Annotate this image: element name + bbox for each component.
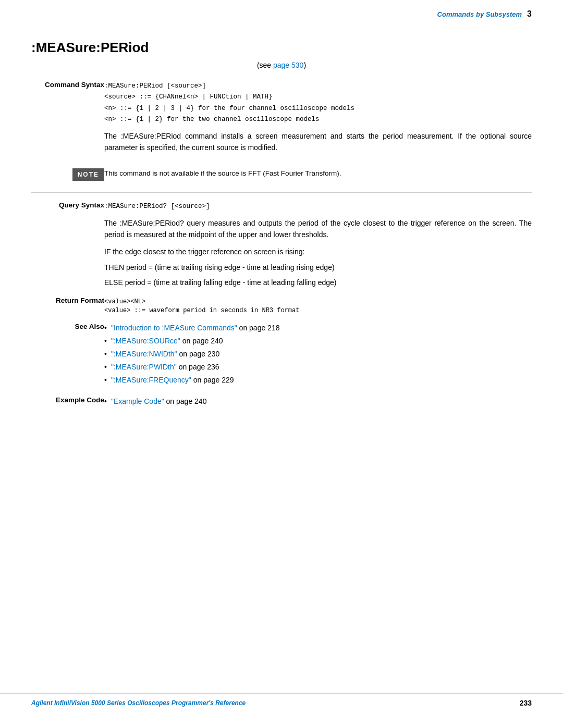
code-line-3: <n> ::= {1 | 2 | 3 | 4} for the four cha… [104,105,354,112]
note-row: NOTE This command is not available if th… [31,161,532,186]
see-also-link-4[interactable]: ":MEASure:PWIDth" [111,363,177,371]
see-page: (see page 530) [31,61,532,69]
example-code-label: Example Code [31,394,104,411]
see-also-link-3[interactable]: ":MEASure:NWIDth" [111,350,177,358]
example-code-link-1[interactable]: "Example Code" [111,397,164,405]
page-header: Commands by Subsystem 3 [0,0,563,24]
see-also-page-5: on page 229 [191,376,234,384]
see-also-page-1: on page 218 [237,324,280,332]
note-content: This command is not available if the sou… [104,161,532,186]
see-also-page-3: on page 230 [177,350,220,358]
see-page-link[interactable]: page 530 [273,61,303,69]
note-label-cell: NOTE [31,161,104,186]
example-code-item-1: "Example Code" on page 240 [104,396,532,407]
example-code-page-1: on page 240 [164,397,207,405]
footer-title: Agilent InfiniiVision 5000 Series Oscill… [31,699,246,707]
query-then: THEN period = (time at trailing rising e… [104,262,532,274]
return-format-label: Return Format [31,294,104,316]
query-syntax-content: :MEASure:PERiod? [<source>] The :MEASure… [104,199,532,294]
note-badge: NOTE [72,168,104,181]
query-code-line: :MEASure:PERiod? [<source>] [104,203,210,210]
divider-cell [31,186,532,199]
command-syntax-code: :MEASure:PERiod [<source>] <source> ::= … [104,81,532,125]
example-code-list: "Example Code" on page 240 [104,396,532,407]
code-line-1: :MEASure:PERiod [<source>] [104,82,206,90]
query-syntax-row: Query Syntax :MEASure:PERiod? [<source>]… [31,199,532,294]
header-page-number: 3 [527,9,532,19]
query-description: The :MEASure:PERiod? query measures and … [104,217,532,241]
spacer-row [31,316,532,320]
return-value-line: <value><NL> [104,298,532,305]
code-line-4: <n> ::= {1 | 2} for the two channel osci… [104,116,320,123]
return-format-content: <value><NL> <value> ::= waveform period … [104,294,532,316]
page-container: Commands by Subsystem 3 :MEASure:PERiod … [0,0,563,728]
footer-page-number: 233 [520,699,532,707]
return-format-row: Return Format <value><NL> <value> ::= wa… [31,294,532,316]
return-description-line: <value> ::= waveform period in seconds i… [104,307,532,314]
command-syntax-row: Command Syntax :MEASure:PERiod [<source>… [31,79,532,161]
see-also-list: "Introduction to :MEASure Commands" on p… [104,323,532,386]
see-also-row: See Also "Introduction to :MEASure Comma… [31,320,532,390]
see-also-item-4: ":MEASure:PWIDth" on page 236 [104,362,532,373]
example-code-row: Example Code "Example Code" on page 240 [31,394,532,411]
see-also-page-4: on page 236 [177,363,219,371]
header-section-title: Commands by Subsystem [437,10,522,18]
see-also-label: See Also [31,320,104,390]
see-also-item-2: ":MEASure:SOURce" on page 240 [104,336,532,347]
query-syntax-code: :MEASure:PERiod? [<source>] [104,201,532,212]
section-title: :MEASure:PERiod [31,40,532,56]
spacer-row-2 [31,390,532,394]
query-if: IF the edge closest to the trigger refer… [104,246,532,258]
see-also-link-1[interactable]: "Introduction to :MEASure Commands" [111,324,237,332]
content-table: Command Syntax :MEASure:PERiod [<source>… [31,79,532,411]
command-syntax-description: The :MEASure:PERiod command installs a s… [104,130,532,154]
see-also-page-2: on page 240 [180,337,223,345]
example-code-content: "Example Code" on page 240 [104,394,532,411]
code-line-2: <source> ::= {CHANnel<n> | FUNCtion | MA… [104,93,273,101]
query-syntax-label: Query Syntax [31,199,104,294]
see-also-link-2[interactable]: ":MEASure:SOURce" [111,337,180,345]
divider [31,192,532,193]
see-also-link-5[interactable]: ":MEASure:FREQuency" [111,376,191,384]
main-content: :MEASure:PERiod (see page 530) Command S… [0,24,563,442]
note-text: This command is not available if the sou… [104,166,532,179]
command-syntax-content: :MEASure:PERiod [<source>] <source> ::= … [104,79,532,161]
query-else: ELSE period = (time at trailing falling … [104,277,532,289]
command-syntax-label: Command Syntax [31,79,104,161]
page-footer: Agilent InfiniiVision 5000 Series Oscill… [0,693,563,712]
see-also-item-1: "Introduction to :MEASure Commands" on p… [104,323,532,334]
see-also-item-3: ":MEASure:NWIDth" on page 230 [104,349,532,360]
see-also-item-5: ":MEASure:FREQuency" on page 229 [104,375,532,386]
see-also-content: "Introduction to :MEASure Commands" on p… [104,320,532,390]
divider-row [31,186,532,199]
